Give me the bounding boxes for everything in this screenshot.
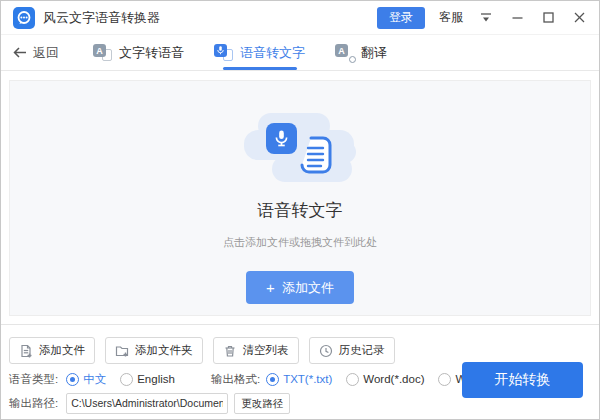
output-path-row: 输出路径: 更改路径 xyxy=(9,393,290,414)
clock-icon xyxy=(319,344,333,358)
text-to-speech-icon: A xyxy=(93,44,112,61)
radio-chinese[interactable]: 中文 xyxy=(66,372,106,387)
back-label: 返回 xyxy=(33,44,59,62)
microphone-icon xyxy=(266,123,297,154)
folder-plus-icon xyxy=(115,344,129,358)
file-toolbar: 添加文件 添加文件夹 清空列表 历史记录 xyxy=(9,337,395,364)
file-drop-zone[interactable]: 语音转文字 点击添加文件或拖拽文件到此处 + 添加文件 xyxy=(9,80,591,316)
clear-list-button[interactable]: 清空列表 xyxy=(213,337,299,364)
toolbar-button-label: 历史记录 xyxy=(339,343,385,358)
radio-icon xyxy=(346,373,359,386)
output-path-label: 输出路径: xyxy=(9,396,58,411)
radio-label: 中文 xyxy=(83,372,106,387)
dropzone-title: 语音转文字 xyxy=(258,199,343,222)
voice-type-label: 语音类型: xyxy=(9,372,58,387)
radio-label: Word(*.doc) xyxy=(363,373,424,385)
add-folder-button[interactable]: 添加文件夹 xyxy=(105,337,203,364)
document-icon xyxy=(299,135,333,181)
tab-label: 语音转文字 xyxy=(240,44,305,62)
app-title: 风云文字语音转换器 xyxy=(43,9,160,27)
radio-label: English xyxy=(137,373,175,385)
output-format-label: 输出格式: xyxy=(211,372,260,387)
toolbar-button-label: 添加文件 xyxy=(39,343,85,358)
active-tab-underline xyxy=(223,67,297,70)
options-row: 语音类型: 中文 English 输出格式: TXT(*.txt) Word(*… xyxy=(9,370,536,388)
support-link[interactable]: 客服 xyxy=(439,9,463,26)
start-conversion-button[interactable]: 开始转换 xyxy=(462,362,583,398)
file-plus-icon xyxy=(19,344,33,358)
output-path-input[interactable] xyxy=(66,393,228,414)
main-area: 语音转文字 点击添加文件或拖拽文件到此处 + 添加文件 xyxy=(1,72,599,324)
menu-caret-icon[interactable] xyxy=(478,10,494,26)
radio-icon xyxy=(120,373,133,386)
maximize-button[interactable] xyxy=(540,10,556,26)
toolbar-button-label: 添加文件夹 xyxy=(135,343,193,358)
add-file-button[interactable]: + 添加文件 xyxy=(246,271,354,304)
radio-icon xyxy=(266,373,279,386)
radio-txt[interactable]: TXT(*.txt) xyxy=(266,373,332,386)
tab-text-to-speech[interactable]: A 文字转语音 xyxy=(91,35,186,70)
bottom-panel: 添加文件 添加文件夹 清空列表 历史记录 语音 xyxy=(1,324,599,419)
add-file-toolbar-button[interactable]: 添加文件 xyxy=(9,337,95,364)
tab-label: 文字转语音 xyxy=(119,44,184,62)
tab-bar: 返回 A 文字转语音 语音转文字 xyxy=(1,35,599,71)
radio-icon xyxy=(438,373,451,386)
radio-word-doc[interactable]: Word(*.doc) xyxy=(346,373,424,386)
app-logo-icon xyxy=(13,7,35,29)
radio-label: TXT(*.txt) xyxy=(283,373,332,385)
trash-icon xyxy=(223,344,237,358)
radio-icon xyxy=(66,373,79,386)
login-button[interactable]: 登录 xyxy=(377,7,425,29)
plus-icon: + xyxy=(266,280,275,295)
tab-translate[interactable]: A 翻译 xyxy=(333,35,389,70)
history-button[interactable]: 历史记录 xyxy=(309,337,395,364)
toolbar-button-label: 清空列表 xyxy=(243,343,289,358)
translate-icon: A xyxy=(335,44,354,61)
app-window: 风云文字语音转换器 登录 客服 返回 xyxy=(0,0,600,420)
back-button[interactable]: 返回 xyxy=(13,35,59,70)
dropzone-hint: 点击添加文件或拖拽文件到此处 xyxy=(223,235,377,250)
close-button[interactable] xyxy=(571,10,587,26)
radio-english[interactable]: English xyxy=(120,373,175,386)
tab-speech-to-text[interactable]: 语音转文字 xyxy=(212,35,307,70)
tab-label: 翻译 xyxy=(361,44,387,62)
change-path-button[interactable]: 更改路径 xyxy=(234,393,290,414)
back-arrow-icon xyxy=(13,47,27,58)
speech-to-text-icon xyxy=(214,44,233,61)
speech-to-text-illustration xyxy=(244,113,356,183)
minimize-button[interactable] xyxy=(509,10,525,26)
title-bar: 风云文字语音转换器 登录 客服 xyxy=(1,1,599,35)
add-file-label: 添加文件 xyxy=(282,279,334,297)
